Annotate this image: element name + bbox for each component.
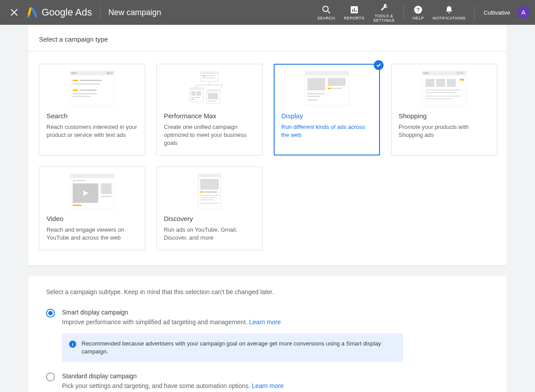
svg-rect-28 [197,91,201,96]
svg-rect-68 [200,191,204,193]
svg-rect-69 [205,191,217,193]
svg-rect-46 [423,72,429,74]
notifications-tool[interactable]: NOTIFICATIONS [428,4,470,20]
svg-rect-11 [106,72,113,74]
reports-tool[interactable]: REPORTS [339,4,368,20]
page-title: New campaign [109,8,161,17]
header-divider-2 [403,5,404,19]
campaign-type-panel: Select a campaign type Search Reach cust… [28,25,507,265]
svg-rect-3 [352,9,353,12]
ads-logo-icon [27,7,38,18]
svg-rect-10 [71,72,77,74]
radio-button-standard[interactable] [46,373,55,381]
svg-rect-32 [207,89,220,92]
card-title: Shopping [399,112,490,120]
selected-checkmark [374,60,384,70]
learn-more-link[interactable]: Learn more [249,318,281,326]
svg-rect-52 [426,89,461,90]
thumb-video [47,173,138,210]
svg-rect-16 [73,89,78,91]
radio-smart-display[interactable]: Smart display campaign Improve performan… [46,309,489,326]
svg-rect-70 [200,195,219,196]
subtype-intro: Select a campaign subtype. Keep in mind … [46,288,489,295]
help-tool[interactable]: ? HELP [408,4,428,20]
card-video[interactable]: Video Reach and engage viewers on YouTub… [39,167,145,250]
svg-rect-64 [101,196,112,197]
svg-point-12 [108,73,109,74]
svg-rect-48 [426,79,434,87]
radio-button-smart[interactable] [46,309,55,318]
close-icon [10,8,18,16]
card-display[interactable]: Display Run different kinds of ads acros… [274,64,380,155]
svg-rect-23 [206,75,215,76]
thumb-search [47,70,138,107]
thumb-shopping [399,70,490,107]
reports-label: REPORTS [344,16,364,20]
tools-label: TOOLS &SETTINGS [373,14,395,23]
svg-rect-5 [356,10,357,12]
radio-standard-display[interactable]: Standard display campaign Pick your sett… [46,373,489,389]
svg-rect-51 [460,79,464,81]
svg-rect-72 [200,199,213,200]
svg-rect-26 [190,88,203,90]
card-desc: Reach customers interested in your produ… [47,123,138,139]
svg-rect-43 [307,99,317,101]
svg-rect-49 [436,79,445,87]
svg-rect-39 [328,88,331,89]
svg-rect-24 [202,78,215,78]
header-divider-3 [474,5,475,19]
card-title: Discovery [164,215,255,222]
svg-rect-67 [200,179,219,190]
tools-settings-tool[interactable]: TOOLS &SETTINGS [369,2,399,23]
radio-title: Smart display campaign [62,309,489,316]
svg-rect-59 [76,180,85,181]
info-icon: i [69,341,76,348]
header-divider [100,6,101,19]
thumb-display [281,70,372,107]
card-desc: Promote your products with Shopping ads [399,123,490,139]
info-box: i Recommended because advertisers with y… [62,334,403,362]
svg-rect-47 [457,72,463,74]
svg-rect-42 [307,96,321,97]
svg-point-0 [27,15,30,18]
search-tool[interactable]: SEARCH [313,4,340,20]
svg-rect-71 [200,197,217,198]
radio-desc: Pick your settings and targeting, and ha… [62,382,489,389]
bell-icon [445,5,454,14]
search-icon [322,5,331,14]
svg-rect-66 [198,174,221,177]
learn-more-link[interactable]: Learn more [252,382,284,389]
svg-rect-34 [208,101,216,101]
account-name[interactable]: Cultivative [484,9,510,16]
avatar[interactable]: A [517,6,530,19]
card-desc: Reach and engage viewers on YouTube and … [47,226,138,242]
svg-rect-22 [202,75,205,76]
logo-text: Google Ads [42,7,92,18]
svg-rect-13 [73,80,78,81]
svg-rect-29 [191,97,199,98]
svg-rect-63 [101,183,112,194]
svg-rect-57 [70,174,114,178]
thumb-pmax [164,70,255,107]
google-ads-logo: Google Ads [27,7,92,18]
card-desc: Run ads on YouTube, Gmail, Discover, and… [164,226,255,242]
svg-rect-54 [426,96,461,97]
card-discovery[interactable]: Discovery Run ads on YouTube, Gmail, Dis… [156,167,263,250]
svg-point-58 [73,180,75,182]
svg-rect-14 [80,80,102,81]
svg-rect-55 [426,98,452,99]
close-button[interactable] [5,4,23,21]
campaign-subtype-panel: Select a campaign subtype. Keep in mind … [28,276,507,392]
svg-rect-37 [307,78,325,90]
card-search[interactable]: Search Reach customers interested in you… [39,64,145,155]
wrench-icon [380,3,388,12]
check-icon [376,62,381,68]
card-title: Performance Max [164,112,255,120]
svg-rect-73 [200,203,219,204]
svg-rect-53 [426,92,457,93]
card-shopping[interactable]: Shopping Promote your products with Shop… [391,64,497,155]
svg-rect-8 [70,71,114,106]
svg-rect-44 [422,71,466,106]
radio-title: Standard display campaign [62,373,489,380]
card-performance-max[interactable]: Performance Max Create one unified campa… [156,64,263,155]
